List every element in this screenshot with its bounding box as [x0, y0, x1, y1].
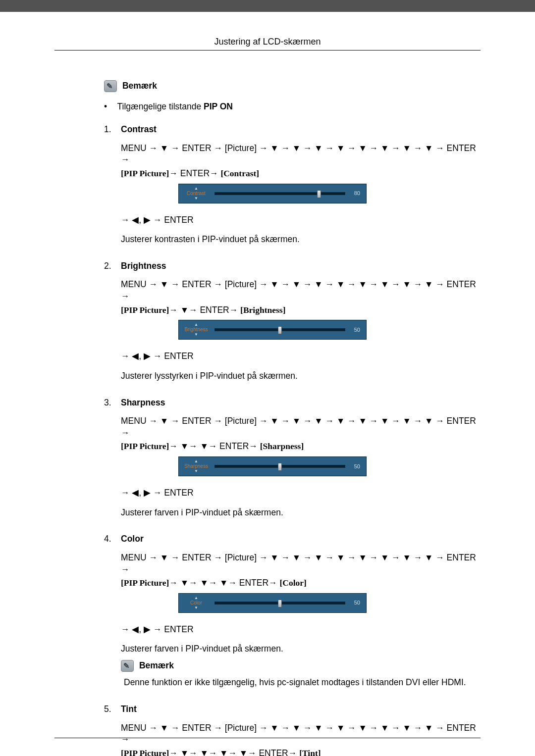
item-row: 4. Color	[104, 533, 481, 545]
up-triangle-icon: ▲	[194, 596, 198, 600]
color-slider-image: ▲ Color ▼ 50	[178, 593, 367, 613]
slider-value: 50	[350, 463, 360, 470]
item-description: Justerer farven i PIP-vinduet på skærmen…	[104, 507, 481, 519]
bracket-label: [Tint]	[299, 748, 321, 756]
menu-path-line-1: MENU → ▼ → ENTER → [Picture] → ▼ → ▼ → ▼…	[104, 143, 481, 166]
pip-picture-label: [PIP Picture]	[121, 578, 169, 588]
menu-path-line-1: MENU → ▼ → ENTER → [Picture] → ▼ → ▼ → ▼…	[104, 552, 481, 575]
pip-picture-label: [PIP Picture]	[121, 168, 169, 178]
slider-label-column: ▲ Brightness ▼	[183, 323, 210, 337]
bullet-text: Tilgængelige tilstande	[117, 101, 204, 111]
down-triangle-icon: ▼	[194, 333, 198, 337]
item-label: Color	[121, 533, 144, 545]
up-triangle-icon: ▲	[194, 459, 198, 463]
bracket-label: [Contrast]	[220, 168, 259, 178]
slider-track	[214, 602, 345, 605]
item-row: 2. Brightness	[104, 260, 481, 272]
menu-path-line-2: [PIP Picture]→ ▼→ ▼→ ▼→ ▼→ ENTER→ [Tint]	[104, 748, 481, 756]
menu-path-line-2: [PIP Picture]→ ▼→ ▼→ ENTER→ [Sharpness]	[104, 441, 481, 453]
path-tail: → ENTER→	[169, 168, 220, 178]
document-page: Justering af LCD-skærmen Bemærk Tilgænge…	[0, 12, 535, 756]
bracket-label: [Sharpness]	[260, 441, 304, 451]
slider-name: Contrast	[187, 191, 206, 196]
contrast-slider-image: ▲ Contrast ▼ 80	[178, 184, 367, 203]
pip-picture-label: [PIP Picture]	[121, 441, 169, 451]
item-description: Justerer lysstyrken i PIP-vinduet på skæ…	[104, 370, 481, 382]
menu-path-line-1: MENU → ▼ → ENTER → [Picture] → ▼ → ▼ → ▼…	[104, 415, 481, 439]
item-note: Denne funktion er ikke tilgængelig, hvis…	[104, 677, 481, 689]
pencil-note-icon	[121, 660, 134, 672]
item-label: Contrast	[121, 124, 157, 136]
up-triangle-icon: ▲	[194, 187, 198, 191]
down-triangle-icon: ▼	[194, 197, 198, 201]
item-number: 4.	[104, 533, 121, 545]
menu-path-line-1: MENU → ▼ → ENTER → [Picture] → ▼ → ▼ → ▼…	[104, 722, 481, 746]
path-text: MENU → ▼ → ENTER → [Picture] → ▼ → ▼ → ▼…	[121, 553, 476, 574]
slider-value: 50	[350, 599, 360, 606]
path-text: MENU → ▼ → ENTER → [Picture] → ▼ → ▼ → ▼…	[121, 723, 476, 745]
item-label: Tint	[121, 704, 137, 715]
page-header: Justering af LCD-skærmen	[54, 37, 481, 50]
path-text: MENU → ▼ → ENTER → [Picture] → ▼ → ▼ → ▼…	[121, 416, 476, 438]
notice-label: Bemærk	[139, 660, 174, 670]
item-number: 2.	[104, 260, 121, 272]
slider-label-column: ▲ Contrast ▼	[183, 187, 210, 201]
item-row: 1. Contrast	[104, 124, 481, 136]
slider-value: 50	[350, 326, 360, 334]
menu-path-line-1: MENU → ▼ → ENTER → [Picture] → ▼ → ▼ → ▼…	[104, 279, 481, 302]
slider-thumb	[278, 463, 282, 471]
slider-thumb	[317, 190, 321, 198]
sharpness-slider-image: ▲ Sharpness ▼ 50	[178, 456, 367, 476]
item-number: 5.	[104, 704, 121, 715]
brightness-slider-image: ▲ Brightness ▼ 50	[178, 320, 367, 340]
path-text: MENU → ▼ → ENTER → [Picture] → ▼ → ▼ → ▼…	[121, 143, 476, 165]
nav-arrows-line: → ◀, ▶ → ENTER	[104, 487, 481, 499]
notice-row: Bemærk	[104, 80, 481, 92]
item-row: 5. Tint	[104, 704, 481, 715]
menu-path-line-2: [PIP Picture]→ ▼→ ENTER→ [Brightness]	[104, 304, 481, 316]
item-number: 3.	[104, 397, 121, 409]
slider-label-column: ▲ Color ▼	[183, 596, 210, 610]
slider-value: 80	[350, 190, 360, 197]
nav-arrows-line: → ◀, ▶ → ENTER	[104, 214, 481, 226]
path-tail: → ▼→ ENTER→	[169, 305, 240, 315]
slider-track	[214, 192, 345, 195]
slider-thumb	[278, 600, 282, 607]
item-label: Sharpness	[121, 397, 165, 409]
path-tail: → ▼→ ▼→ ▼→ ENTER→	[169, 578, 279, 588]
path-text: MENU → ▼ → ENTER → [Picture] → ▼ → ▼ → ▼…	[121, 279, 476, 301]
bracket-label: [Color]	[279, 578, 306, 588]
nav-arrows-line: → ◀, ▶ → ENTER	[104, 351, 481, 362]
pip-picture-label: [PIP Picture]	[121, 748, 169, 756]
slider-name: Color	[190, 601, 202, 605]
menu-path-line-2: [PIP Picture]→ ENTER→ [Contrast]	[104, 168, 481, 180]
content-area: Bemærk Tilgængelige tilstande PIP ON 1. …	[54, 50, 481, 756]
footer-rule	[54, 738, 481, 738]
notice-row: Bemærk	[104, 660, 481, 672]
path-tail: → ▼→ ▼→ ▼→ ▼→ ENTER→	[169, 748, 299, 756]
slider-track	[214, 465, 345, 468]
pip-picture-label: [PIP Picture]	[121, 305, 169, 315]
pencil-note-icon	[104, 80, 117, 92]
slider-thumb	[278, 326, 282, 334]
bullet-available-modes: Tilgængelige tilstande PIP ON	[104, 101, 481, 113]
down-triangle-icon: ▼	[194, 606, 198, 610]
item-row: 3. Sharpness	[104, 397, 481, 409]
item-number: 1.	[104, 124, 121, 136]
item-description: Justerer farven i PIP-vinduet på skærmen…	[104, 643, 481, 655]
slider-name: Brightness	[184, 327, 208, 332]
up-triangle-icon: ▲	[194, 323, 198, 327]
menu-path-line-2: [PIP Picture]→ ▼→ ▼→ ▼→ ENTER→ [Color]	[104, 577, 481, 589]
slider-track	[214, 328, 345, 331]
nav-arrows-line: → ◀, ▶ → ENTER	[104, 624, 481, 636]
path-tail: → ▼→ ▼→ ENTER→	[169, 441, 260, 451]
notice-label: Bemærk	[122, 81, 157, 91]
bracket-label: [Brightness]	[240, 305, 285, 315]
slider-name: Sharpness	[184, 464, 208, 469]
item-label: Brightness	[121, 260, 166, 272]
item-description: Justerer kontrasten i PIP-vinduet på skæ…	[104, 234, 481, 246]
down-triangle-icon: ▼	[194, 469, 198, 473]
slider-label-column: ▲ Sharpness ▼	[183, 459, 210, 473]
bullet-bold: PIP ON	[204, 101, 233, 111]
